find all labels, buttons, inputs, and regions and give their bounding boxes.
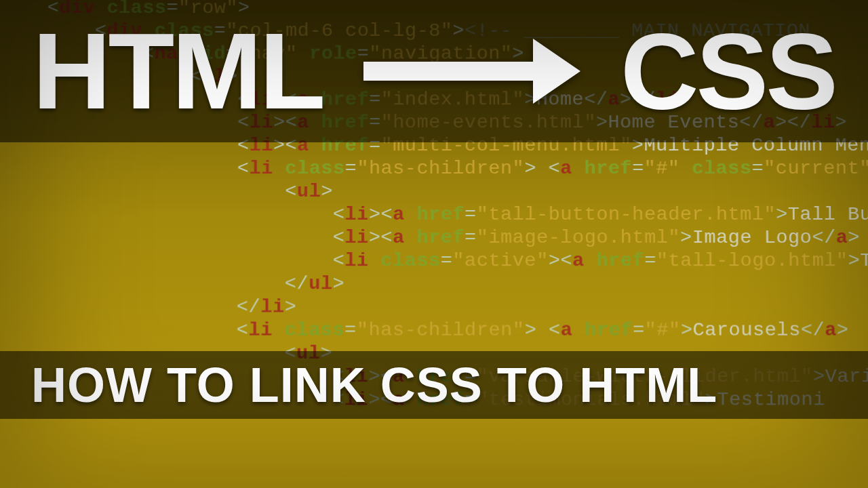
subtitle-text: HOW TO LINK CSS TO HTML — [31, 357, 717, 413]
arrow-right-icon — [363, 39, 580, 104]
headline-row: HTML CSS — [0, 0, 868, 142]
headline-left: HTML — [33, 9, 323, 134]
headline-right: CSS — [620, 9, 835, 134]
subtitle-row: HOW TO LINK CSS TO HTML — [0, 351, 868, 419]
